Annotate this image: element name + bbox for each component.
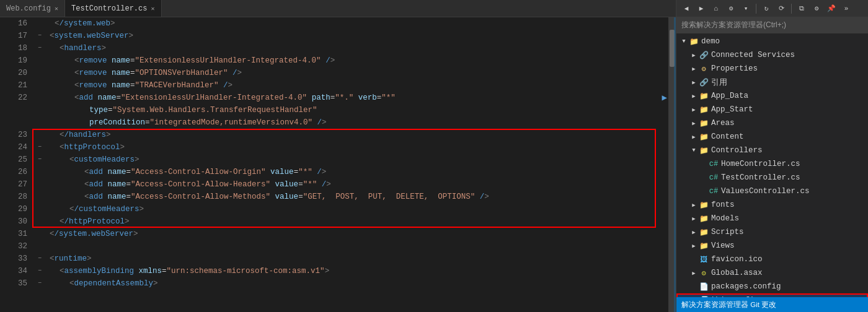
tree-label-homecs: HomeController.cs <box>721 160 800 168</box>
tab-test-controller[interactable]: TestController.cs ✕ <box>65 0 161 17</box>
toolbar-back-btn[interactable]: ◀ <box>680 2 693 15</box>
tree-label-props: Properties <box>711 64 758 73</box>
tree-item-properties[interactable]: ▶ ⚙ Properties <box>676 62 868 76</box>
tree-item-controllers[interactable]: ▼ 📁 Controllers <box>676 144 868 157</box>
code-line-28: <add name="Access-Control-Allow-Methods"… <box>35 191 668 203</box>
code-line-19: <remove name="ExtensionlessUrlHandler-In… <box>35 54 668 67</box>
fold-icon-23[interactable] <box>35 130 45 140</box>
toolbar-arrow-btn[interactable]: ▾ <box>740 2 752 15</box>
tree-icon-models: 📁 <box>699 214 709 223</box>
tree-item-models[interactable]: ▶ 📁 Models <box>676 212 868 225</box>
fold-icon-20[interactable] <box>35 68 45 78</box>
tree-label-content: Content <box>711 132 744 141</box>
fold-icon-35[interactable]: − <box>35 279 45 288</box>
code-line-31: </system.webServer> <box>35 228 668 240</box>
fold-icon-33[interactable]: − <box>35 254 45 264</box>
tree-arrow-appdata: ▶ <box>689 91 699 101</box>
fold-icon-17[interactable]: − <box>35 31 45 41</box>
tree-label-valuescs: ValuesController.cs <box>721 187 810 196</box>
tab-web-config[interactable]: Web.config ✕ <box>0 0 65 17</box>
fold-icon-c1[interactable] <box>35 105 45 115</box>
tree-item-connected-services[interactable]: ▶ 🔗 Connected Services <box>676 48 868 62</box>
tree-label-testcs: TestController.cs <box>721 173 800 182</box>
code-line-18: − <handlers> <box>35 42 668 54</box>
fold-icon-18[interactable]: − <box>35 43 45 53</box>
line-numbers: 16 17 18 19 20 21 22 23 24 25 26 27 28 2… <box>0 17 32 312</box>
fold-icon-28[interactable] <box>35 192 45 202</box>
tree-arrow-global: ▶ <box>689 268 699 278</box>
toolbar-gear-btn[interactable]: ⚙ <box>810 2 823 15</box>
tree-label-appdata: App_Data <box>711 92 748 100</box>
fold-icon-34[interactable]: − <box>35 266 45 276</box>
sidebar-search-bar[interactable]: 搜索解决方案资源管理器(Ctrl+;) <box>676 17 868 33</box>
toolbar-refresh-btn[interactable]: ↻ <box>760 2 773 15</box>
tab-testcontroller-label: TestController.cs <box>71 4 147 13</box>
tree-item-views[interactable]: ▶ 📁 Views <box>676 239 868 253</box>
fold-icon-c2[interactable] <box>35 118 45 128</box>
code-line-30: </httpProtocol> <box>35 215 668 228</box>
fold-icon-16[interactable] <box>35 19 45 28</box>
tab-webconfig-close[interactable]: ✕ <box>55 5 58 12</box>
fold-icon-30[interactable] <box>35 217 45 227</box>
tree-item-appdata[interactable]: ▶ 📁 App_Data <box>676 89 868 103</box>
tree-item-testcontroller[interactable]: c# TestController.cs <box>676 171 868 184</box>
tree-icon-appdata: 📁 <box>699 91 709 101</box>
toolbar-expand-btn[interactable]: » <box>840 2 852 15</box>
fold-icon-29[interactable] <box>35 204 45 214</box>
toolbar-separator-1 <box>756 4 756 14</box>
toolbar-tools-btn[interactable]: ⚙ <box>725 2 737 15</box>
fold-icon-24[interactable]: − <box>35 142 45 152</box>
tab-testcontroller-close[interactable]: ✕ <box>151 5 154 12</box>
tree-item-valuescontroller[interactable]: c# ValuesController.cs <box>676 184 868 198</box>
tree-item-appstart[interactable]: ▶ 📁 App_Start <box>676 103 868 116</box>
sidebar-toolbar: ◀ ▶ ⌂ ⚙ ▾ ↻ ⟳ ⧉ ⚙ 📌 » <box>676 0 868 17</box>
fold-icon-19[interactable] <box>35 56 45 66</box>
tree-arrow-models: ▶ <box>689 214 699 223</box>
code-line-35: − <dependentAssembly> <box>35 277 668 290</box>
tree-item-packages[interactable]: 📄 packages.config <box>676 280 868 293</box>
code-content: 16 17 18 19 20 21 22 23 24 25 26 27 28 2… <box>0 17 676 312</box>
tree-item-homecontroller[interactable]: c# HomeController.cs <box>676 157 868 171</box>
tree-label-controllers: Controllers <box>711 146 763 155</box>
tree-icon-views: 📁 <box>699 241 709 251</box>
toolbar-pin-btn[interactable]: 📌 <box>825 2 838 15</box>
code-line-20: <remove name="OPTIONSVerbHandler" /> <box>35 67 668 79</box>
fold-icon-31[interactable] <box>35 229 45 239</box>
tree-item-content[interactable]: ▶ 📁 Content <box>676 130 868 144</box>
toolbar-home-btn[interactable]: ⌂ <box>710 2 722 15</box>
vertical-scrollbar[interactable] <box>668 17 676 312</box>
toolbar-sync-btn[interactable]: ⟳ <box>775 2 787 15</box>
tree-icon-controllers: 📁 <box>699 145 709 155</box>
tree-label-appstart: App_Start <box>711 105 753 114</box>
tree-item-ref[interactable]: ▶ 🔗 引用 <box>676 76 868 89</box>
toolbar-copy-btn[interactable]: ⧉ <box>795 2 808 15</box>
tree-item-favicon[interactable]: 🖼 favicon.ico <box>676 253 868 266</box>
tree-item-fonts[interactable]: ▶ 📁 fonts <box>676 198 868 212</box>
fold-icon-25[interactable]: − <box>35 155 45 165</box>
editor-area: Web.config ✕ TestController.cs ✕ 16 17 1… <box>0 0 676 312</box>
code-line-34: − <assemblyBinding xmlns="urn:schemas-mi… <box>35 265 668 277</box>
code-line-29: </customHeaders> <box>35 203 668 215</box>
tree-item-areas[interactable]: ▶ 📁 Areas <box>676 116 868 130</box>
code-line-22: <add name="ExtensionlessUrlHandler-Integ… <box>35 92 668 104</box>
tab-webconfig-label: Web.config <box>6 4 51 13</box>
tree-label-fonts: fonts <box>711 201 735 209</box>
tree-label-demo: demo <box>701 37 720 46</box>
fold-icon-22[interactable] <box>35 93 45 103</box>
fold-icon-21[interactable] <box>35 80 45 90</box>
code-line-16: </system.web> <box>35 17 668 30</box>
tree-arrow-controllers: ▼ <box>689 145 699 155</box>
tree-item-scripts[interactable]: ▶ 📁 Scripts <box>676 225 868 239</box>
tree-root-demo[interactable]: ▼ 📁 demo <box>676 35 868 48</box>
tree-item-globalasax[interactable]: ▶ ⚙ Global.asax <box>676 266 868 280</box>
fold-icon-26[interactable] <box>35 167 45 177</box>
code-line-23: </handlers> <box>35 129 668 141</box>
sidebar-footer-text: 解决方案资源管理器 Git 更改 <box>681 300 776 310</box>
tree-icon-valuescs: c# <box>709 186 719 196</box>
tree-arrow-views: ▶ <box>689 241 699 251</box>
sidebar-footer: 解决方案资源管理器 Git 更改 <box>676 297 868 312</box>
fold-icon-27[interactable] <box>35 180 45 189</box>
tree-label-connected: Connected Services <box>711 51 795 59</box>
tree-label-global: Global.asax <box>711 269 763 277</box>
toolbar-forward-btn[interactable]: ▶ <box>695 2 707 15</box>
